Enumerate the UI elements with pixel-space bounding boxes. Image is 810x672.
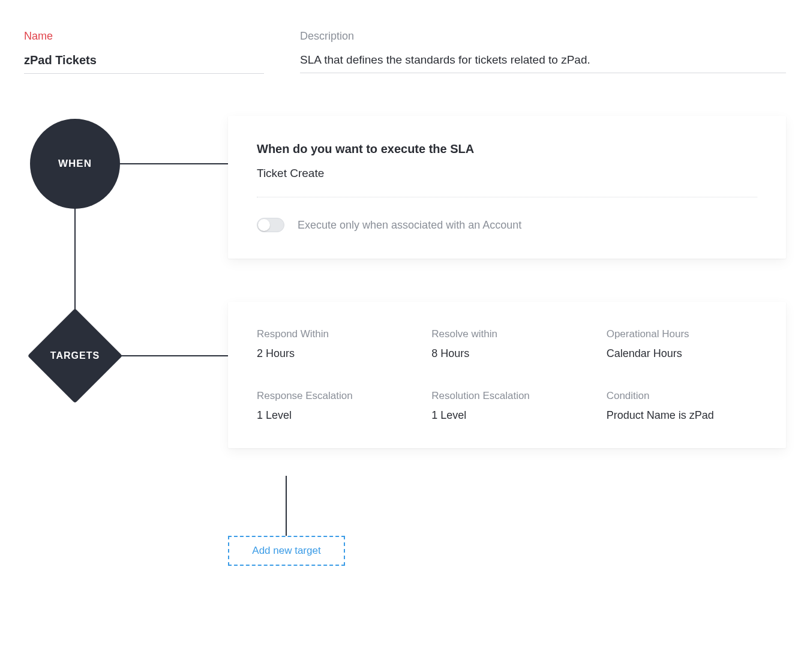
target-value: Calendar Hours	[607, 347, 757, 360]
target-label: Response Escalation	[257, 390, 407, 402]
when-card[interactable]: When do you want to execute the SLA Tick…	[228, 116, 786, 259]
name-input[interactable]	[24, 50, 264, 74]
target-cell-respond-within: Respond Within 2 Hours	[257, 328, 407, 360]
targets-card[interactable]: Respond Within 2 Hours Resolve within 8 …	[228, 302, 786, 448]
when-trigger-value[interactable]: Ticket Create	[257, 167, 757, 197]
target-label: Condition	[607, 390, 757, 402]
sla-flow-area: WHEN TARGETS When do you want to execute…	[24, 116, 786, 614]
account-toggle-label: Execute only when associated with an Acc…	[298, 219, 521, 232]
target-label: Operational Hours	[607, 328, 757, 340]
target-label: Resolve within	[431, 328, 582, 340]
target-value: 1 Level	[257, 409, 407, 422]
target-label: Respond Within	[257, 328, 407, 340]
when-node[interactable]: WHEN	[30, 119, 120, 209]
description-field-container: Description	[300, 30, 786, 74]
target-cell-resolve-within: Resolve within 8 Hours	[431, 328, 582, 360]
name-label: Name	[24, 30, 264, 43]
target-value: 8 Hours	[431, 347, 582, 360]
sla-header: Name Description	[24, 30, 786, 74]
connector-add-target-vertical	[286, 476, 287, 536]
targets-node[interactable]: TARGETS	[30, 311, 120, 401]
when-node-label: WHEN	[58, 158, 92, 170]
target-value: 1 Level	[431, 409, 582, 422]
target-cell-condition: Condition Product Name is zPad	[607, 390, 757, 422]
targets-grid: Respond Within 2 Hours Resolve within 8 …	[257, 328, 757, 422]
when-card-title: When do you want to execute the SLA	[257, 142, 757, 156]
target-value: 2 Hours	[257, 347, 407, 360]
target-label: Resolution Escalation	[431, 390, 582, 402]
target-cell-response-escalation: Response Escalation 1 Level	[257, 390, 407, 422]
description-label: Description	[300, 30, 786, 43]
name-field-container: Name	[24, 30, 264, 74]
description-input[interactable]	[300, 50, 786, 73]
toggle-knob-icon	[258, 219, 270, 231]
add-new-target-label: Add new target	[252, 545, 320, 557]
target-value: Product Name is zPad	[607, 409, 757, 422]
connector-when-horizontal	[120, 163, 228, 164]
target-cell-resolution-escalation: Resolution Escalation 1 Level	[431, 390, 582, 422]
add-new-target-button[interactable]: Add new target	[228, 536, 345, 566]
account-toggle-row: Execute only when associated with an Acc…	[257, 218, 757, 232]
targets-node-label: TARGETS	[50, 350, 100, 361]
account-toggle[interactable]	[257, 218, 284, 232]
connector-targets-horizontal	[120, 355, 228, 356]
target-cell-operational-hours: Operational Hours Calendar Hours	[607, 328, 757, 360]
